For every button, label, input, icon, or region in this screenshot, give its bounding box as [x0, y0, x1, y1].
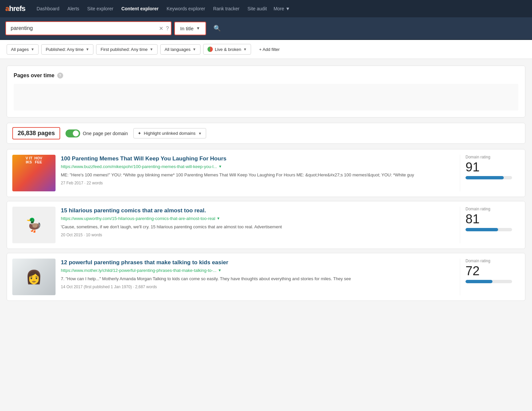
url-chevron-icon: ▼ [218, 164, 222, 168]
result-title[interactable]: 15 hilarious parenting comics that are a… [61, 207, 455, 215]
filter-first-published[interactable]: First published: Any time ▼ [96, 44, 158, 55]
filter-published-label: Published: Any time [46, 47, 83, 52]
nav-more[interactable]: More ▼ [270, 4, 294, 13]
highlight-icon: ✦ [138, 131, 141, 136]
url-text: https://www.buzzfeed.com/mikespohr/100-p… [61, 164, 217, 169]
main-nav: ahrefs Dashboard Alerts Site explorer Co… [0, 0, 532, 17]
chevron-down-icon: ▼ [150, 47, 153, 51]
nav-more-label: More [274, 6, 284, 11]
help-icon[interactable]: ? [57, 73, 63, 79]
result-thumbnail: V IT HOVIKS FEE [12, 155, 56, 191]
nav-keywords-explorer[interactable]: Keywords explorer [163, 4, 208, 13]
chevron-down-icon: ▼ [198, 131, 202, 135]
filter-live-broken[interactable]: Live & broken ▼ [203, 44, 251, 55]
filter-all-pages-label: All pages [11, 47, 29, 52]
domain-rating-bar-wrap [466, 176, 512, 179]
result-meta: 27 Feb 2017 · 22 words [61, 181, 455, 185]
filter-all-pages[interactable]: All pages ▼ [7, 44, 39, 55]
filter-live-broken-label: Live & broken [215, 47, 241, 52]
domain-rating-bar [466, 228, 498, 231]
result-metrics: Domain rating 81 [460, 207, 520, 243]
pages-count: 26,838 pages [12, 127, 60, 139]
chevron-down-icon: ▼ [86, 47, 89, 51]
result-card: 🦆 15 hilarious parenting comics that are… [7, 201, 525, 249]
url-chevron-icon: ▼ [218, 268, 221, 272]
chevron-down-icon: ▼ [243, 47, 247, 51]
help-icon[interactable]: ? [166, 25, 169, 31]
highlight-label: Highlight unlinked domains [144, 131, 196, 136]
domain-rating-label: Domain rating [466, 259, 490, 263]
result-metrics: Domain rating 72 [460, 259, 520, 295]
result-url[interactable]: https://www.mother.ly/child/12-powerful-… [61, 268, 455, 273]
nav-alerts[interactable]: Alerts [64, 4, 83, 13]
result-card: 👩 12 powerful parenting phrases that mak… [7, 253, 525, 301]
clear-icon[interactable]: ✕ [159, 25, 163, 32]
domain-rating-value: 72 [466, 265, 479, 277]
url-text: https://www.mother.ly/child/12-powerful-… [61, 268, 216, 273]
search-input-icons: ✕ ? [159, 25, 169, 32]
domain-rating-value: 81 [466, 213, 479, 225]
add-filter-button[interactable]: + Add filter [256, 45, 282, 54]
toggle-label: One page per domain [83, 131, 128, 136]
result-description: 'Cause, sometimes, if we don't laugh, we… [61, 224, 455, 230]
filter-languages-label: All languages [165, 47, 191, 52]
result-metrics: Domain rating 91 [460, 155, 520, 191]
search-button[interactable]: 🔍 [209, 21, 225, 35]
domain-rating-label: Domain rating [466, 207, 490, 211]
chevron-down-icon: ▼ [286, 6, 290, 11]
domain-rating-bar [466, 280, 492, 283]
domain-rating-label: Domain rating [466, 155, 490, 159]
result-card: V IT HOVIKS FEE 100 Parenting Memes That… [7, 149, 525, 197]
pages-over-time-label: Pages over time [14, 73, 55, 79]
one-page-per-domain-toggle-wrap: One page per domain [66, 129, 128, 137]
result-meta: 14 Oct 2017 (first published 1 Jan 1970)… [61, 285, 455, 289]
filter-languages[interactable]: All languages ▼ [160, 44, 200, 55]
result-url[interactable]: https://www.buzzfeed.com/mikespohr/100-p… [61, 164, 455, 169]
domain-rating-bar-wrap [466, 228, 512, 231]
result-description: ME: "Here's 100 memes!" YOU: *White guy … [61, 172, 455, 178]
chevron-down-icon: ▼ [31, 47, 34, 51]
result-thumbnail: 👩 [12, 259, 56, 295]
url-chevron-icon: ▼ [216, 216, 220, 220]
result-description: 7. "How can I help..." Motherly Amanda M… [61, 276, 455, 282]
main-content: Pages over time ? 26,838 pages One page … [0, 59, 532, 311]
results-header: 26,838 pages One page per domain ✦ Highl… [7, 123, 525, 144]
chevron-down-icon: ▼ [196, 26, 200, 31]
result-meta: 20 Oct 2015 · 10 words [61, 233, 455, 237]
pages-over-time-title: Pages over time ? [14, 73, 518, 79]
nav-rank-tracker[interactable]: Rank tracker [210, 4, 243, 13]
toggle-slider [66, 129, 80, 137]
nav-dashboard[interactable]: Dashboard [33, 4, 63, 13]
search-type-button[interactable]: In title ▼ [174, 22, 206, 35]
search-type-label: In title [180, 26, 194, 31]
result-title[interactable]: 12 powerful parenting phrases that make … [61, 259, 455, 267]
nav-site-audit[interactable]: Site audit [244, 4, 270, 13]
add-filter-label: + Add filter [259, 47, 280, 52]
result-content: 100 Parenting Memes That Will Keep You L… [61, 155, 455, 191]
filter-published[interactable]: Published: Any time ▼ [41, 44, 93, 55]
highlight-unlinked-button[interactable]: ✦ Highlight unlinked domains ▼ [133, 128, 206, 138]
nav-site-explorer[interactable]: Site explorer [84, 4, 117, 13]
result-thumbnail: 🦆 [12, 207, 56, 243]
domain-rating-value: 91 [466, 161, 479, 173]
search-input-wrap: ✕ ? [5, 21, 172, 35]
thumb-text: V IT HOVIKS FEE [12, 155, 56, 165]
filter-first-published-label: First published: Any time [100, 47, 148, 52]
chevron-down-icon: ▼ [193, 47, 196, 51]
pages-over-time-chart [14, 84, 518, 110]
filters-bar: All pages ▼ Published: Any time ▼ First … [0, 40, 532, 59]
search-bar: ✕ ? In title ▼ 🔍 [0, 17, 532, 40]
logo[interactable]: ahrefs [5, 4, 25, 13]
domain-rating-bar-wrap [466, 280, 512, 283]
live-broken-icon [207, 47, 213, 52]
domain-rating-bar [466, 176, 504, 179]
search-input[interactable] [5, 21, 172, 35]
search-icon: 🔍 [213, 25, 221, 32]
result-content: 15 hilarious parenting comics that are a… [61, 207, 455, 243]
thumb-emoji: 👩 [12, 259, 56, 295]
nav-content-explorer[interactable]: Content explorer [118, 4, 162, 13]
pages-over-time-section: Pages over time ? [7, 66, 525, 117]
one-page-per-domain-toggle[interactable] [66, 129, 80, 137]
result-url[interactable]: https://www.upworthy.com/15-hilarious-pa… [61, 216, 455, 221]
result-title[interactable]: 100 Parenting Memes That Will Keep You L… [61, 155, 455, 163]
